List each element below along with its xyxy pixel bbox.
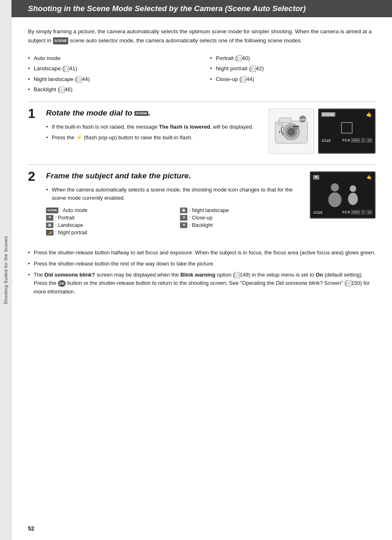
mode-badge-backlight: ☀ bbox=[180, 222, 187, 228]
focus-bracket bbox=[341, 122, 353, 134]
mode-label-np: : Night portrait bbox=[55, 230, 88, 235]
bullet-columns: Auto mode Landscape (□41) Night landscap… bbox=[28, 53, 376, 95]
mode-icons-grid: SCENE : Auto mode ▣ : Night landscape ✎ … bbox=[46, 207, 302, 236]
sidebar-tab: Shooting Suited for the Scenes bbox=[0, 0, 12, 540]
main-content: Shooting in the Scene Mode Selected by t… bbox=[12, 0, 392, 540]
step1-number: 1 bbox=[28, 107, 39, 120]
step1-scene-icon: SCENE bbox=[134, 111, 148, 116]
step1-bullet2: Press the ⚡ (flash pop-up) button to rai… bbox=[46, 133, 261, 143]
svg-rect-5 bbox=[277, 122, 283, 125]
screen-indicator2: 2 bbox=[361, 138, 365, 143]
step2-screen-shutter: 1/125 bbox=[313, 210, 323, 215]
step2-header: Frame the subject and take the picture. bbox=[46, 171, 302, 181]
mode-label-auto: : Auto mode bbox=[60, 208, 88, 213]
mode-icon-landscape: ▤ : Landscape bbox=[46, 222, 168, 228]
step2-screen-bottom: 1/125 F2.8 NRM 2 16 bbox=[313, 210, 372, 215]
step1-section: SCENE SCENE ✦ SCENE 🤙 bbox=[28, 102, 376, 158]
bullet-list-left: Auto mode Landscape (□41) Night landscap… bbox=[28, 53, 194, 95]
step1-camera-image: SCENE SCENE ✦ bbox=[269, 108, 314, 154]
screen-top-bar: SCENE 🤙 bbox=[321, 112, 372, 118]
list-item: Night landscape (□44) bbox=[28, 74, 194, 85]
title-bar: Shooting in the Scene Mode Selected by t… bbox=[12, 0, 392, 17]
step2-finger-icon: 🤙 bbox=[367, 175, 372, 180]
mode-badge-landscape: ▤ bbox=[46, 222, 53, 228]
svg-text:SCENE: SCENE bbox=[299, 119, 307, 121]
flash-message-bold: The flash is lowered. bbox=[159, 124, 212, 130]
list-item: Portrait (□40) bbox=[210, 53, 376, 64]
step1-header-end: . bbox=[148, 108, 150, 117]
mode-label-portrait: : Portrait bbox=[55, 215, 74, 221]
mode-badge-portrait: ✎ bbox=[46, 215, 53, 221]
mode-badge-nl: ▣ bbox=[180, 208, 187, 213]
mode-icon-portrait: ✎ : Portrait bbox=[46, 215, 168, 221]
list-item: Night portrait (□42) bbox=[210, 63, 376, 74]
step2-bottom-bullets: Press the shutter-release button halfway… bbox=[28, 247, 376, 298]
page-ref-149: □ bbox=[235, 272, 240, 278]
step1-row: 1 Rotate the mode dial to SCENE. If the … bbox=[28, 108, 261, 143]
screen-scene-badge: SCENE bbox=[321, 112, 335, 117]
intro-paragraph: By simply framing a picture, the camera … bbox=[28, 27, 376, 46]
step1-bullet1: If the built-in flash is not raised, the… bbox=[46, 122, 261, 133]
svg-text:✦: ✦ bbox=[278, 130, 281, 134]
step2-ind1: NRM bbox=[351, 210, 360, 215]
list-item: Backlight (□46) bbox=[28, 84, 194, 95]
step2-screen-top: ✎ 🤙 bbox=[313, 175, 372, 180]
person-svg bbox=[326, 182, 344, 207]
screen-aperture: F2.8 bbox=[342, 138, 350, 142]
step2-section: ✎ 🤙 bbox=[28, 164, 376, 298]
mode-label-landscape: : Landscape bbox=[55, 222, 83, 228]
scene-icon-inline: SCENE bbox=[53, 37, 68, 44]
mode-badge-np: 🌙 bbox=[46, 230, 53, 235]
step1-screen: SCENE 🤙 1/125 F2.8 NRM 2 bbox=[318, 108, 376, 154]
step1-header: Rotate the mode dial to SCENE. bbox=[46, 108, 261, 118]
blink-on-bold: On bbox=[316, 272, 323, 278]
svg-point-14 bbox=[348, 193, 358, 205]
screen-indicators: F2.8 NRM 2 16 bbox=[342, 138, 372, 143]
mode-icon-auto: SCENE : Auto mode bbox=[46, 207, 168, 214]
list-item: Landscape (□41) bbox=[28, 63, 194, 74]
ok-button-badge: OK bbox=[58, 280, 66, 287]
blink-text-bold2: Blink warning bbox=[180, 272, 215, 278]
screen-finger-icon: 🤙 bbox=[366, 112, 372, 118]
mode-icon-nightportrait: 🌙 : Night portrait bbox=[46, 229, 168, 236]
step2-ind3: 16 bbox=[367, 210, 372, 215]
step1-bullets: If the built-in flash is not raised, the… bbox=[46, 122, 261, 143]
intro-text2: scene auto selector mode, the camera aut… bbox=[68, 37, 302, 44]
step2-bottom-bullet1: Press the shutter-release button halfway… bbox=[28, 247, 376, 258]
camera-svg: SCENE SCENE ✦ bbox=[269, 108, 314, 154]
mode-icon-nightlandscape: ▣ : Night landscape bbox=[180, 207, 302, 214]
list-item: Close-up (□44) bbox=[210, 74, 376, 85]
page-ref-150: □ bbox=[346, 280, 351, 286]
mode-icon-backlight: ☀ : Backlight bbox=[180, 222, 302, 228]
step2-portrait-badge: ✎ bbox=[313, 175, 319, 180]
mode-label-closeup: : Close-up bbox=[189, 215, 212, 221]
step1-images: SCENE SCENE ✦ SCENE 🤙 bbox=[269, 108, 376, 154]
mode-badge-scene: SCENE bbox=[46, 208, 58, 213]
step2-bottom-bullet3: The Did someone blink? screen may be dis… bbox=[28, 270, 376, 298]
bullet-col-left: Auto mode Landscape (□41) Night landscap… bbox=[28, 53, 194, 95]
mode-label-backlight: : Backlight bbox=[189, 222, 213, 228]
bullet-col-right: Portrait (□40) Night portrait (□42) Clos… bbox=[210, 53, 376, 95]
step2-content: Frame the subject and take the picture. … bbox=[46, 171, 302, 240]
step2-number: 2 bbox=[28, 170, 39, 183]
page-title: Shooting in the Scene Mode Selected by t… bbox=[28, 4, 376, 13]
step2-row: 2 Frame the subject and take the picture… bbox=[28, 171, 302, 240]
step2-ind2: 2 bbox=[361, 210, 365, 215]
mode-icon-closeup: ⚘ : Close-up bbox=[180, 215, 302, 221]
screen-bottom-bar: 1/125 F2.8 NRM 2 16 bbox=[321, 138, 372, 143]
svg-point-11 bbox=[331, 183, 339, 192]
svg-text:SCENE: SCENE bbox=[292, 127, 300, 129]
page-number: 52 bbox=[28, 525, 35, 532]
screen-shutter: 1/125 bbox=[321, 138, 331, 143]
mode-label-nl: : Night landscape bbox=[189, 208, 229, 213]
svg-point-4 bbox=[288, 128, 295, 136]
bullet-list-right: Portrait (□40) Night portrait (□42) Clos… bbox=[210, 53, 376, 85]
mode-badge-closeup: ⚘ bbox=[180, 215, 187, 221]
screen-focus-brackets bbox=[321, 119, 372, 136]
svg-point-13 bbox=[350, 185, 356, 192]
svg-point-12 bbox=[328, 192, 341, 207]
step2-intro-bullet: When the camera automatically selects a … bbox=[46, 185, 302, 204]
step1-header-text: Rotate the mode dial to bbox=[46, 108, 134, 117]
person-silhouettes bbox=[313, 182, 372, 208]
screen-indicator1: NRM bbox=[351, 138, 360, 143]
